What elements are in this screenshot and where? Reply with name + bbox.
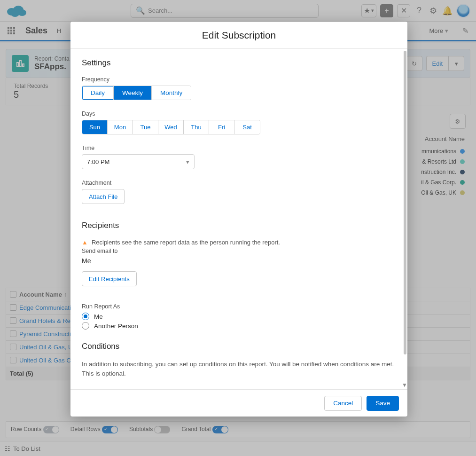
day-option-wed[interactable]: Wed — [158, 120, 184, 134]
days-label: Days — [82, 110, 398, 117]
run-as-option-me[interactable]: Me — [82, 313, 398, 320]
frequency-option-weekly[interactable]: Weekly — [114, 86, 152, 100]
conditions-heading: Conditions — [82, 342, 398, 351]
frequency-group: Daily Weekly Monthly — [82, 86, 191, 100]
day-option-sat[interactable]: Sat — [234, 120, 260, 134]
time-value: 7:00 PM — [87, 158, 109, 165]
edit-recipients-button[interactable]: Edit Recipients — [82, 271, 137, 286]
radio-icon — [82, 322, 89, 330]
day-option-mon[interactable]: Mon — [108, 120, 133, 134]
modal-title: Edit Subscription — [70, 22, 407, 49]
days-group: Sun Mon Tue Wed Thu Fri Sat — [82, 120, 260, 134]
frequency-label: Frequency — [82, 76, 398, 83]
send-email-label: Send email to — [82, 248, 398, 254]
recipients-warning-text: Recipients see the same report data as t… — [92, 239, 280, 246]
settings-heading: Settings — [82, 58, 398, 68]
chevron-down-icon: ▾ — [186, 158, 189, 165]
time-select[interactable]: 7:00 PM ▾ — [82, 154, 195, 169]
day-option-fri[interactable]: Fri — [209, 120, 234, 134]
time-label: Time — [82, 145, 398, 151]
modal-scrollbar[interactable] — [404, 51, 406, 381]
run-report-as-label: Run Report As — [82, 303, 398, 310]
radio-icon — [82, 313, 89, 320]
warning-icon: ▲ — [82, 239, 88, 246]
attach-file-button[interactable]: Attach File — [82, 189, 125, 204]
modal-footer: Cancel Save — [70, 389, 407, 417]
frequency-option-monthly[interactable]: Monthly — [152, 86, 191, 100]
day-option-tue[interactable]: Tue — [133, 120, 158, 134]
recipients-heading: Recipients — [82, 221, 398, 230]
conditions-description: In addition to subscribing, you can set … — [82, 360, 398, 378]
day-option-sun[interactable]: Sun — [82, 120, 108, 134]
attachment-label: Attachment — [82, 180, 398, 186]
scroll-down-icon[interactable]: ▼ — [402, 382, 407, 388]
cancel-button[interactable]: Cancel — [324, 396, 362, 411]
day-option-thu[interactable]: Thu — [184, 120, 209, 134]
send-email-value: Me — [82, 257, 398, 265]
run-as-option-another[interactable]: Another Person — [82, 322, 398, 330]
frequency-option-daily[interactable]: Daily — [82, 86, 114, 100]
save-button[interactable]: Save — [367, 396, 399, 411]
edit-subscription-modal: Edit Subscription Settings Frequency Dai… — [70, 22, 407, 417]
